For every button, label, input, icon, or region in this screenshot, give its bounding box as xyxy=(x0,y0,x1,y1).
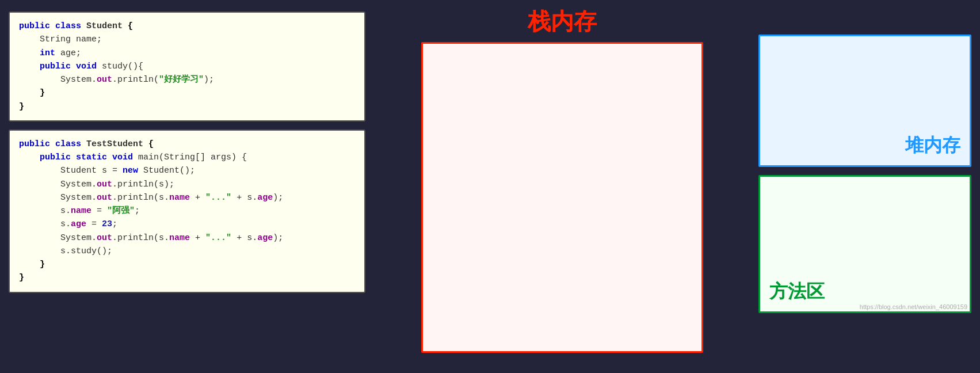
code-line-t6: s.name = "阿强"; xyxy=(19,204,355,218)
code-line-4: public void study(){ xyxy=(19,60,355,73)
watermark: https://blog.csdn.net/weixin_46009159 xyxy=(860,303,967,310)
code-line-6: } xyxy=(19,86,355,100)
code-line-t5: System.out.println(s.name + "..." + s.ag… xyxy=(19,191,355,204)
code-line-t4: System.out.println(s); xyxy=(19,178,355,191)
code-line-t7: s.age = 23; xyxy=(19,218,355,231)
test-student-class-box: public class TestStudent { public static… xyxy=(9,130,365,293)
heap-label: 堆内存 xyxy=(905,133,960,158)
code-line-t1: public class TestStudent { xyxy=(19,138,355,151)
code-line-t11: } xyxy=(19,271,355,284)
stack-title: 栈内存 xyxy=(528,6,597,37)
stack-memory-box xyxy=(421,42,703,353)
left-column: public class Student { String name; int … xyxy=(9,6,365,293)
code-line-2: String name; xyxy=(19,33,355,46)
heap-memory-box: 堆内存 xyxy=(758,35,971,167)
main-container: public class Student { String name; int … xyxy=(0,0,980,373)
code-line-3: int age; xyxy=(19,47,355,60)
code-line-t3: Student s = new Student(); xyxy=(19,164,355,177)
code-line-7: } xyxy=(19,100,355,113)
code-line-1: public class Student { xyxy=(19,20,355,33)
student-class-box: public class Student { String name; int … xyxy=(9,12,365,121)
method-area-box: 方法区 https://blog.csdn.net/weixin_4600915… xyxy=(758,175,971,313)
code-line-t2: public static void main(String[] args) { xyxy=(19,151,355,164)
right-column: 堆内存 方法区 https://blog.csdn.net/weixin_460… xyxy=(758,6,971,313)
code-line-t8: System.out.println(s.name + "..." + s.ag… xyxy=(19,231,355,245)
method-label: 方法区 xyxy=(769,279,825,305)
middle-column: 栈内存 xyxy=(376,6,748,353)
code-line-t10: } xyxy=(19,258,355,271)
code-line-t9: s.study(); xyxy=(19,245,355,258)
code-line-5: System.out.println("好好学习"); xyxy=(19,73,355,86)
